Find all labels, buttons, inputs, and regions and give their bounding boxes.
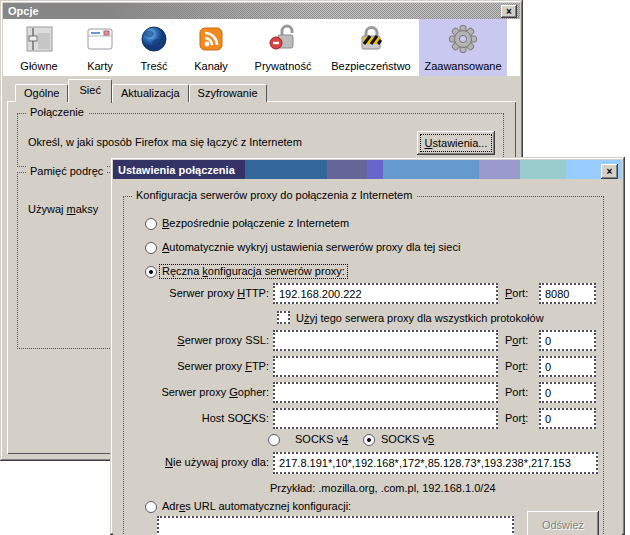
toolbar-item-label: Kanały: [194, 60, 228, 72]
globe-icon: [138, 23, 170, 57]
ssl-port-input[interactable]: [539, 330, 596, 351]
auto-detect-label[interactable]: Automatycznie wykryj ustawienia serwerów…: [162, 241, 460, 254]
control-panel-icon: [23, 23, 55, 57]
no-proxy-example: Przykład: .mozilla.org, .com.pl, 192.168…: [270, 482, 496, 494]
tab-siec[interactable]: Sieć: [68, 79, 111, 103]
proxy-group-title: Konfiguracja serwerów proxy do połączeni…: [132, 189, 416, 202]
ftp-port-label: Port:: [505, 360, 528, 372]
desktop: Opcje × Główne Karty: [0, 0, 630, 535]
share-proxy-checkbox[interactable]: [277, 311, 290, 324]
rss-feed-icon: [195, 23, 227, 57]
security-lock-icon: [355, 23, 387, 57]
options-close-button[interactable]: ×: [501, 5, 517, 18]
settings-button[interactable]: Ustawienia...: [417, 131, 495, 155]
toolbar-item-prywatnosc[interactable]: Prywatność: [243, 19, 323, 76]
manual-config-radio[interactable]: [145, 266, 157, 278]
toolbar-item-bezpieczenstwo[interactable]: Bezpieczeństwo: [323, 19, 419, 76]
ssl-proxy-input[interactable]: [273, 330, 498, 351]
socks-host-label: Host SOCKS:: [124, 412, 269, 424]
dialog-titlebar[interactable]: Ustawienia połączenia ×: [113, 160, 622, 179]
socks-v5-label[interactable]: SOCKS v5: [381, 433, 434, 446]
toolbar-item-tresc[interactable]: Treść: [129, 19, 179, 76]
ftp-port-input[interactable]: [539, 356, 596, 377]
ftp-proxy-input[interactable]: [273, 356, 498, 377]
toolbar-item-label: Zaawansowane: [424, 60, 501, 72]
auto-detect-radio[interactable]: [145, 242, 157, 254]
cache-group-title: Pamięć podręc: [26, 165, 107, 178]
connection-group-title: Połączenie: [26, 106, 88, 119]
options-toolbar: Główne Karty Treść: [3, 19, 520, 76]
gopher-port-input[interactable]: [539, 382, 596, 403]
privacy-unlock-icon: [267, 23, 299, 57]
dialog-body: Konfiguracja serwerów proxy do połączeni…: [113, 179, 622, 535]
auto-url-label[interactable]: Adres URL automatycznej konfiguracji:: [162, 500, 351, 513]
socks-port-input[interactable]: [539, 408, 596, 429]
gopher-proxy-label: Serwer proxy Gopher:: [124, 386, 269, 398]
auto-url-input[interactable]: [157, 516, 514, 535]
options-window-title: Opcje: [8, 5, 39, 17]
dialog-title: Ustawienia połączenia: [118, 164, 235, 176]
no-proxy-label: Nie używaj proxy dla:: [124, 456, 269, 468]
auto-url-radio[interactable]: [145, 501, 157, 513]
browser-tabs-icon: [84, 23, 116, 57]
http-proxy-label: Serwer proxy HTTP:: [124, 287, 269, 299]
connection-settings-dialog: Ustawienia połączenia × Konfiguracja ser…: [110, 157, 625, 535]
manual-config-label[interactable]: Ręczna konfiguracja serwerów proxy:: [160, 265, 347, 278]
gopher-port-label: Port:: [505, 386, 528, 398]
toolbar-item-glowne[interactable]: Główne: [7, 19, 71, 76]
socks-v4-radio[interactable]: [268, 434, 280, 446]
cache-text: Używaj maksy: [28, 203, 98, 215]
proxy-config-groupbox: Konfiguracja serwerów proxy do połączeni…: [123, 196, 604, 535]
ftp-proxy-label: Serwer proxy FTP:: [124, 360, 269, 372]
direct-connection-radio[interactable]: [145, 218, 157, 230]
tab-strip: Ogólne Sieć Aktualizacja Szyfrowanie: [15, 78, 267, 102]
toolbar-item-label: Główne: [20, 60, 57, 72]
close-icon: ×: [607, 167, 613, 177]
toolbar-item-karty[interactable]: Karty: [71, 19, 129, 76]
socks-port-label: Port:: [505, 412, 528, 424]
socks-v5-radio[interactable]: [363, 434, 375, 446]
gopher-proxy-input[interactable]: [273, 382, 498, 403]
toolbar-item-label: Treść: [140, 60, 167, 72]
socks-v4-label[interactable]: SOCKS v4: [295, 433, 348, 446]
tab-szyfrowanie[interactable]: Szyfrowanie: [189, 84, 267, 102]
refresh-button[interactable]: Odśwież: [527, 511, 599, 535]
toolbar-item-zaawansowane[interactable]: Zaawansowane: [419, 19, 507, 76]
tab-ogolne[interactable]: Ogólne: [15, 84, 68, 102]
toolbar-item-kanaly[interactable]: Kanały: [179, 19, 243, 76]
direct-connection-label[interactable]: Bezpośrednie połączenie z Internetem: [162, 217, 349, 230]
ssl-port-label: Port:: [505, 334, 528, 346]
share-proxy-label[interactable]: Użyj tego serwera proxy dla wszystkich p…: [296, 312, 544, 325]
dialog-close-button[interactable]: ×: [601, 164, 618, 179]
options-titlebar[interactable]: Opcje ×: [3, 3, 520, 19]
ssl-proxy-label: Serwer proxy SSL:: [124, 334, 269, 346]
connection-description: Określ, w jaki sposób Firefox ma się łąc…: [28, 136, 302, 148]
toolbar-item-label: Bezpieczeństwo: [331, 60, 411, 72]
close-icon: ×: [506, 7, 512, 17]
http-port-label: Port:: [505, 287, 528, 299]
http-port-input[interactable]: [539, 283, 596, 304]
gear-icon: [447, 23, 479, 57]
toolbar-item-label: Prywatność: [255, 60, 312, 72]
toolbar-item-label: Karty: [87, 60, 113, 72]
tab-aktualizacja[interactable]: Aktualizacja: [112, 84, 189, 102]
no-proxy-input[interactable]: [273, 452, 598, 474]
socks-host-input[interactable]: [273, 408, 498, 429]
http-proxy-input[interactable]: [273, 283, 498, 304]
